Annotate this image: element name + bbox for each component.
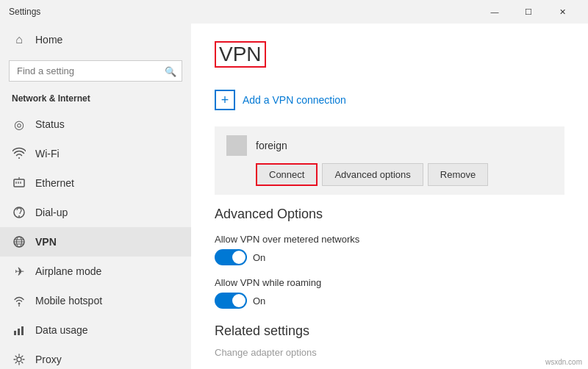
home-icon: ⌂: [12, 32, 26, 47]
sidebar-item-airplane[interactable]: ✈ Airplane mode: [0, 257, 191, 286]
sidebar-item-ethernet[interactable]: Ethernet: [0, 168, 191, 198]
metered-networks-label: Allow VPN over metered networks: [215, 234, 564, 245]
sidebar-item-home[interactable]: ⌂ Home: [0, 24, 191, 56]
related-settings-title: Related settings: [215, 323, 564, 339]
vpn-status-indicator: [226, 135, 247, 156]
remove-button[interactable]: Remove: [428, 163, 488, 186]
connect-button[interactable]: Connect: [256, 163, 318, 186]
sidebar-item-datausage[interactable]: Data usage: [0, 315, 191, 345]
search-input[interactable]: [9, 60, 182, 82]
datausage-icon: [12, 323, 26, 337]
related-settings-section: Related settings Change adapter options: [215, 323, 564, 358]
main-content: VPN + Add a VPN connection foreign Conne…: [191, 24, 588, 369]
vpn-connection-item: foreign Connect Advanced options Remove: [215, 126, 564, 195]
app-body: ⌂ Home 🔍 Network & Internet ◎ Status: [0, 24, 588, 369]
sidebar-item-proxy[interactable]: Proxy: [0, 345, 191, 369]
vpn-connection-name: foreign: [256, 140, 287, 151]
ethernet-icon: [12, 176, 26, 190]
advanced-options-title: Advanced Options: [215, 207, 564, 222]
home-label: Home: [35, 34, 62, 46]
vpn-action-buttons: Connect Advanced options Remove: [226, 163, 553, 186]
svg-point-17: [17, 357, 21, 362]
minimize-button[interactable]: —: [478, 0, 512, 24]
roaming-toggle-row: Allow VPN while roaming On: [215, 277, 564, 309]
status-icon: ◎: [12, 117, 26, 132]
sidebar-item-label: Data usage: [35, 324, 88, 336]
add-vpn-label: Add a VPN connection: [243, 94, 346, 106]
sidebar-item-wifi[interactable]: Wi-Fi: [0, 139, 191, 168]
sidebar-item-label: Wi-Fi: [35, 148, 60, 160]
sidebar-item-vpn[interactable]: VPN: [0, 227, 191, 257]
svg-point-12: [18, 303, 21, 305]
sidebar-search-container: 🔍: [9, 60, 182, 82]
metered-toggle-switch[interactable]: [215, 249, 247, 265]
svg-rect-0: [14, 179, 24, 187]
app-title: Settings: [9, 7, 40, 17]
wifi-icon: [12, 146, 26, 161]
roaming-label: Allow VPN while roaming: [215, 277, 564, 288]
svg-rect-15: [18, 329, 20, 335]
sidebar-item-status[interactable]: ◎ Status: [0, 110, 191, 139]
watermark: wsxdn.com: [545, 358, 582, 366]
advanced-options-section: Advanced Options Allow VPN over metered …: [215, 207, 564, 309]
sidebar-item-hotspot[interactable]: Mobile hotspot: [0, 286, 191, 315]
vpn-icon: [12, 234, 26, 249]
close-button[interactable]: ✕: [545, 0, 579, 24]
roaming-toggle-control: On: [215, 293, 564, 309]
sidebar-item-label: Dial-up: [35, 207, 68, 218]
proxy-icon: [12, 352, 26, 367]
search-icon: 🔍: [165, 65, 176, 76]
vpn-item-header: foreign: [226, 135, 553, 156]
add-icon: +: [215, 90, 235, 110]
sidebar-item-label: Airplane mode: [35, 265, 101, 277]
advanced-options-button[interactable]: Advanced options: [322, 163, 423, 186]
dialup-icon: [12, 205, 26, 220]
sidebar-item-label: VPN: [35, 236, 57, 248]
change-adapter-link[interactable]: Change adapter options: [215, 347, 317, 358]
sidebar-item-label: Mobile hotspot: [35, 295, 102, 307]
roaming-toggle-switch[interactable]: [215, 293, 247, 309]
sidebar-item-label: Ethernet: [35, 177, 74, 189]
hotspot-icon: [12, 293, 26, 308]
roaming-toggle-state: On: [253, 295, 265, 307]
sidebar-item-dialup[interactable]: Dial-up: [0, 198, 191, 227]
maximize-button[interactable]: ☐: [512, 0, 545, 24]
sidebar-item-label: Status: [35, 118, 65, 130]
svg-point-6: [18, 215, 20, 217]
window-controls: — ☐ ✕: [478, 0, 579, 24]
page-title: VPN: [215, 41, 266, 68]
titlebar: Settings — ☐ ✕: [0, 0, 588, 24]
metered-toggle-control: On: [215, 249, 564, 265]
add-vpn-button[interactable]: + Add a VPN connection: [215, 82, 564, 118]
sidebar: ⌂ Home 🔍 Network & Internet ◎ Status: [0, 24, 191, 369]
airplane-icon: ✈: [12, 264, 26, 279]
sidebar-item-label: Proxy: [35, 354, 62, 365]
svg-rect-14: [14, 331, 16, 335]
metered-toggle-state: On: [253, 252, 265, 263]
metered-networks-toggle-row: Allow VPN over metered networks On: [215, 234, 564, 265]
sidebar-section-title: Network & Internet: [0, 90, 191, 110]
svg-rect-16: [21, 326, 24, 335]
